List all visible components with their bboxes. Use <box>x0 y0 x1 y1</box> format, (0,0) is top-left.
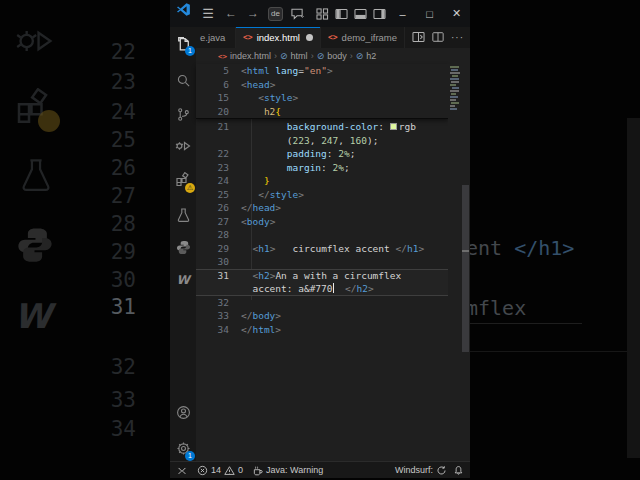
code-line[interactable]: 23 margin: 2%; <box>196 161 448 175</box>
code-token <box>241 106 264 117</box>
toggle-panel-icon[interactable] <box>354 8 367 20</box>
editor-scrollbar[interactable] <box>461 64 470 461</box>
source-control-icon[interactable] <box>170 101 196 127</box>
backdrop-divider <box>470 323 582 324</box>
code-editor[interactable]: 21 background-color: rgb (223, 247, 160)… <box>196 64 470 461</box>
account-icon[interactable] <box>170 399 196 425</box>
minimize-button[interactable]: – <box>389 8 416 20</box>
open-changes-icon[interactable] <box>412 31 425 45</box>
sticky-scroll: 5<html lang="en">6<head>15 <style>20 h2{ <box>196 64 448 119</box>
command-center-search[interactable]: de <box>268 7 283 21</box>
code-token: html <box>247 65 270 76</box>
close-button[interactable]: ✕ <box>443 7 470 20</box>
notifications-bell-icon[interactable] <box>453 465 464 476</box>
nav-forward-icon[interactable]: → <box>242 0 264 27</box>
code-text: <style> <box>241 91 298 105</box>
line-number: 21 <box>196 120 241 134</box>
java-status-label: Java: Warning <box>266 465 323 475</box>
minimap-mark <box>450 96 458 98</box>
tab-actions: ··· <box>412 27 470 48</box>
code-text: } <box>241 174 270 188</box>
code-line[interactable]: 6<head> <box>196 78 448 92</box>
run-debug-icon[interactable] <box>170 133 196 159</box>
code-line[interactable]: 22 padding: 2%; <box>196 147 448 161</box>
code-text: <h1> circumflex accent </h1> <box>241 242 424 256</box>
vscode-window: ☰ ← → de – □ ✕ <box>170 0 470 478</box>
backdrop-line-number: 33 <box>111 388 136 412</box>
code-token: </ <box>345 283 356 294</box>
windsurf-icon[interactable]: W <box>170 267 196 293</box>
more-actions-icon[interactable]: ··· <box>451 32 464 43</box>
code-text: </body> <box>241 309 281 323</box>
code-line[interactable]: 32 <box>196 296 448 310</box>
code-line[interactable]: 24 } <box>196 174 448 188</box>
customize-layout-icon[interactable] <box>316 8 329 20</box>
code-line[interactable]: 26</head> <box>196 201 448 215</box>
extensions-icon[interactable]: ⚠ <box>170 167 196 193</box>
minimap-mark <box>451 102 459 104</box>
html-file-icon: <> <box>218 52 227 61</box>
breadcrumb-item-file[interactable]: index.html <box>230 51 271 61</box>
code-rows: 21 background-color: rgb (223, 247, 160)… <box>196 120 448 336</box>
line-number: 26 <box>196 201 241 215</box>
backdrop-line-numbers: 22232425262728293031323334 <box>88 0 136 480</box>
breadcrumb-item-html[interactable]: html <box>291 51 308 61</box>
code-token: > <box>270 79 276 90</box>
tab-e-java[interactable]: e.java <box>196 27 236 48</box>
chat-icon[interactable] <box>290 7 305 20</box>
python-icon[interactable] <box>170 234 196 260</box>
code-token: head <box>252 202 275 213</box>
code-token <box>241 92 258 103</box>
code-line[interactable]: 27<body> <box>196 215 448 229</box>
nav-back-icon[interactable]: ← <box>220 0 242 27</box>
problems-indicator[interactable]: 14 0 <box>197 465 243 476</box>
split-editor-icon[interactable] <box>432 31 444 45</box>
toggle-sidebar-icon[interactable] <box>335 8 348 20</box>
tab-demo-iframe[interactable]: <> demo_iframe <box>321 27 405 48</box>
code-line[interactable]: 34</html> <box>196 323 448 337</box>
java-status[interactable]: Java: Warning <box>252 465 323 476</box>
windsurf-status[interactable]: Windsurf: <box>395 465 447 476</box>
maximize-button[interactable]: □ <box>416 8 443 20</box>
code-line[interactable]: 5<html lang="en"> <box>196 64 448 78</box>
search-icon[interactable] <box>170 67 196 93</box>
code-line[interactable]: 31 <h2>An a with a circumflex <box>196 269 448 283</box>
code-text: <h2>An a with a circumflex <box>241 269 401 283</box>
code-line[interactable]: 33</body> <box>196 309 448 323</box>
code-token: h2 <box>258 270 269 281</box>
sync-icon <box>436 465 447 476</box>
scrollbar-thumb[interactable] <box>462 185 469 352</box>
code-line[interactable]: 30 <box>196 255 448 269</box>
remote-indicator-icon[interactable] <box>176 465 188 476</box>
code-token: An a with a circumflex <box>275 270 401 281</box>
unsaved-dot-icon[interactable] <box>306 34 313 41</box>
backdrop-line-number: 29 <box>111 240 136 264</box>
explorer-badge: 1 <box>185 46 195 56</box>
code-line[interactable]: (223, 247, 160); <box>196 134 448 148</box>
code-token <box>241 270 252 281</box>
code-line[interactable]: accent: a&#770 </h2> <box>196 282 448 296</box>
breadcrumb-item-h2[interactable]: h2 <box>366 51 376 61</box>
code-line[interactable]: 28 <box>196 228 448 242</box>
code-token: rgb <box>399 121 416 132</box>
debug-icon-echo <box>16 22 54 64</box>
code-line[interactable]: 21 background-color: rgb <box>196 120 448 134</box>
line-number: 25 <box>196 188 241 202</box>
symbol-icon: ⊘ <box>356 51 364 61</box>
backdrop-line-number: 28 <box>111 212 136 236</box>
settings-gear-icon[interactable]: 1 <box>170 435 196 461</box>
code-line[interactable]: 15 <style> <box>196 91 448 105</box>
explorer-icon[interactable]: 1 <box>170 30 196 56</box>
breadcrumb-separator: › <box>311 51 314 61</box>
toggle-secondary-sidebar-icon[interactable] <box>373 8 386 20</box>
code-line[interactable]: 20 h2{ <box>196 105 448 119</box>
testing-icon[interactable] <box>170 202 196 228</box>
tab-index-html[interactable]: <> index.html <box>236 27 321 48</box>
code-line[interactable]: 25 </style> <box>196 188 448 202</box>
breadcrumb-item-body[interactable]: body <box>327 51 347 61</box>
minimap[interactable] <box>448 64 461 461</box>
code-token: </ <box>241 310 252 321</box>
code-line[interactable]: 29 <h1> circumflex accent </h1> <box>196 242 448 256</box>
menu-icon[interactable]: ☰ <box>196 0 220 27</box>
code-token: h1 <box>407 243 418 254</box>
